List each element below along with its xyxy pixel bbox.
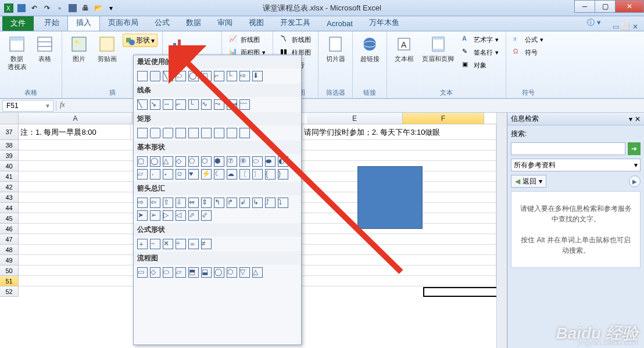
ribbon-restore-icon[interactable]: ⬜ bbox=[621, 23, 630, 31]
shape-item[interactable]: ⤴ bbox=[265, 198, 276, 208]
shape-item[interactable]: ÷ bbox=[176, 239, 186, 249]
shape-item[interactable]: { bbox=[265, 169, 276, 180]
ribbon-help-icon[interactable]: ⓘ ▾ bbox=[579, 15, 609, 31]
tab-acrobat[interactable]: Acrobat bbox=[319, 17, 361, 31]
research-forward-button[interactable]: ▶ bbox=[629, 175, 641, 187]
shape-item[interactable]: ↲ bbox=[239, 198, 250, 208]
shape-item[interactable]: ♥ bbox=[188, 169, 199, 180]
shape-item[interactable]: ▭ bbox=[137, 267, 148, 278]
shape-item[interactable]: ≠ bbox=[201, 239, 212, 249]
shape-item[interactable]: ⇦ bbox=[150, 198, 160, 208]
tab-home[interactable]: 开始 bbox=[36, 15, 67, 31]
open-icon[interactable]: 📂 bbox=[93, 3, 103, 13]
shape-item[interactable]: ◇ bbox=[150, 267, 160, 278]
shape-item[interactable]: ⤵ bbox=[278, 198, 288, 208]
shape-item[interactable]: △ bbox=[163, 156, 173, 167]
shape-item[interactable]: ▷ bbox=[163, 210, 173, 221]
shape-item[interactable]: ⇧ bbox=[163, 198, 173, 208]
active-cell-f51[interactable] bbox=[423, 287, 496, 297]
shape-item[interactable] bbox=[201, 128, 212, 138]
shape-item[interactable] bbox=[214, 128, 224, 138]
shape-item[interactable] bbox=[176, 128, 186, 138]
shape-item[interactable]: ⬢ bbox=[214, 156, 224, 167]
symbol-button[interactable]: Ω符号 bbox=[511, 46, 546, 58]
shape-item[interactable]: ☾ bbox=[214, 169, 224, 180]
qat-more-icon[interactable]: ▾ bbox=[106, 3, 116, 13]
slicer-button[interactable]: 切片器 bbox=[323, 34, 348, 64]
table-button[interactable]: 表格 bbox=[33, 34, 57, 64]
row-header[interactable]: 49 bbox=[0, 255, 19, 266]
ribbon-minimize-icon[interactable]: ▭ bbox=[613, 23, 619, 31]
tab-view[interactable]: 视图 bbox=[241, 15, 272, 31]
shape-item[interactable]: ╲ bbox=[163, 71, 173, 81]
shape-item[interactable]: ⇨ bbox=[137, 198, 148, 208]
row-header[interactable]: 48 bbox=[0, 245, 19, 255]
shape-item[interactable]: ▽ bbox=[239, 267, 250, 278]
shape-item[interactable]: ⬓ bbox=[201, 267, 212, 278]
shape-item[interactable]: ✕ bbox=[163, 239, 173, 249]
spark-line-button[interactable]: 〽折线图 bbox=[278, 34, 313, 45]
equation-button[interactable]: π公式 ▾ bbox=[511, 34, 546, 45]
wordart-button[interactable]: A艺术字 ▾ bbox=[460, 34, 501, 45]
row-header[interactable]: 51 bbox=[0, 276, 19, 286]
textbox-button[interactable]: A 文本框 bbox=[392, 34, 416, 64]
row-header[interactable]: 45 bbox=[0, 213, 19, 224]
shape-item[interactable]: ⬃ bbox=[201, 210, 212, 221]
shape-item[interactable]: ⬩ bbox=[163, 169, 173, 180]
shape-item[interactable] bbox=[239, 128, 250, 138]
save2-icon[interactable] bbox=[67, 3, 78, 13]
shape-item[interactable]: ◐ bbox=[278, 156, 288, 167]
shape-item[interactable]: ⑧ bbox=[239, 156, 250, 167]
tab-formulas[interactable]: 公式 bbox=[146, 15, 178, 31]
shape-item[interactable]: ➤ bbox=[137, 210, 148, 221]
row-header[interactable]: 38 bbox=[0, 140, 19, 150]
shape-item[interactable]: ⌐ bbox=[176, 99, 186, 110]
shape-item[interactable]: ↔ bbox=[163, 99, 173, 110]
shape-item[interactable]: ＋ bbox=[137, 239, 148, 249]
shape-item[interactable]: ∿ bbox=[201, 99, 212, 110]
tab-developer[interactable]: 开发工具 bbox=[272, 15, 319, 31]
shape-item[interactable]: └ bbox=[227, 71, 237, 81]
shape-item[interactable]: ⬇ bbox=[252, 71, 263, 81]
row-header[interactable]: 43 bbox=[0, 192, 19, 203]
shape-item[interactable] bbox=[137, 71, 148, 81]
shape-item[interactable] bbox=[227, 128, 237, 138]
row-header[interactable]: 39 bbox=[0, 150, 19, 161]
shape-item[interactable]: ⬭ bbox=[252, 156, 263, 167]
tab-wnym[interactable]: 万年木鱼 bbox=[361, 15, 407, 31]
shapes-button[interactable]: 形状 ▾ bbox=[123, 34, 158, 47]
shape-item[interactable]: 〔 bbox=[239, 169, 250, 180]
name-box[interactable]: F51 ▾ bbox=[2, 100, 53, 112]
row-header[interactable]: 50 bbox=[0, 266, 19, 276]
shape-item[interactable]: ◯ bbox=[214, 267, 224, 278]
shape-item[interactable]: ⇕ bbox=[201, 198, 212, 208]
shape-item[interactable]: 〰 bbox=[239, 99, 250, 110]
shape-item[interactable]: ▢ bbox=[137, 156, 148, 167]
fx-button[interactable]: fx bbox=[60, 101, 71, 111]
shape-item[interactable]: ◯ bbox=[188, 71, 199, 81]
col-header-e[interactable]: E bbox=[307, 113, 403, 124]
tab-page-layout[interactable]: 页面布局 bbox=[100, 15, 146, 31]
shape-item[interactable]: ⬒ bbox=[188, 267, 199, 278]
reference-source-select[interactable]: 所有参考资料 ▾ bbox=[511, 159, 641, 171]
shape-item[interactable]: ◁ bbox=[176, 210, 186, 221]
shape-item[interactable]: ↘ bbox=[150, 99, 160, 110]
shape-item[interactable]: ⇔ bbox=[188, 198, 199, 208]
shape-item[interactable]: − bbox=[150, 239, 160, 249]
shape-item[interactable]: ▱ bbox=[176, 267, 186, 278]
pane-close-icon[interactable]: ✕ bbox=[635, 115, 641, 123]
tab-insert[interactable]: 插入 bbox=[67, 15, 100, 31]
research-go-button[interactable]: ➜ bbox=[628, 142, 641, 155]
row-header[interactable]: 46 bbox=[0, 224, 19, 234]
shape-item[interactable]: ⬡ bbox=[201, 156, 212, 167]
sparkline-line-button[interactable]: 📈折线图 bbox=[227, 34, 268, 45]
maximize-button[interactable]: ▢ bbox=[595, 0, 616, 13]
vertical-scrollbar[interactable] bbox=[496, 113, 507, 348]
shape-item[interactable]: 〕 bbox=[252, 169, 263, 180]
shape-item[interactable]: △ bbox=[252, 267, 263, 278]
shape-item[interactable]: ╲ bbox=[137, 99, 148, 110]
row-header[interactable]: 41 bbox=[0, 171, 19, 182]
shape-item[interactable]: ☺ bbox=[176, 169, 186, 180]
shape-item[interactable] bbox=[150, 128, 160, 138]
cell-e37[interactable]: 请同学们按时参加；2. 每天下午3:10做眼 bbox=[302, 124, 496, 139]
